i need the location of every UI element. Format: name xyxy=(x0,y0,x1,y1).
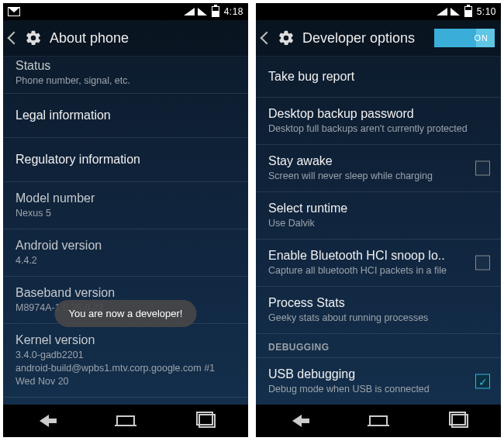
item-sub: Debug mode when USB is connected xyxy=(268,384,488,395)
page-title: About phone xyxy=(50,30,129,47)
item-legal-information[interactable]: Legal information xyxy=(3,94,248,138)
item-sub3: Wed Nov 20 xyxy=(16,376,236,388)
item-process-stats[interactable]: Process Stats Geeky stats about running … xyxy=(256,287,501,334)
item-label: Model number xyxy=(16,191,236,206)
recents-icon xyxy=(198,414,216,428)
chevron-left-icon xyxy=(8,32,21,45)
status-clock: 4:18 xyxy=(224,6,243,17)
item-stay-awake[interactable]: Stay awake Screen will never sleep while… xyxy=(256,145,501,192)
item-desktop-backup-password[interactable]: Desktop backup password Desktop full bac… xyxy=(256,98,501,145)
page-title: Developer options xyxy=(302,30,415,47)
nav-recent-button[interactable] xyxy=(196,412,218,429)
item-build-number[interactable]: Build number KOT49H xyxy=(3,398,248,405)
cell-signal-icon xyxy=(450,8,460,16)
back-icon xyxy=(292,415,302,427)
nav-recent-button[interactable] xyxy=(449,412,471,429)
item-label: USB debugging xyxy=(268,367,488,382)
nav-back-button[interactable] xyxy=(33,412,55,429)
status-clock: 5:10 xyxy=(477,6,496,17)
cell-signal-icon xyxy=(198,8,207,16)
item-sub: Nexus 5 xyxy=(16,208,236,219)
wifi-icon xyxy=(184,8,195,16)
item-select-runtime[interactable]: Select runtime Use Dalvik xyxy=(256,192,501,239)
nav-home-button[interactable] xyxy=(368,412,389,429)
item-label: Process Stats xyxy=(268,295,488,311)
recents-icon xyxy=(451,414,468,428)
item-label: Stay awake xyxy=(268,153,488,169)
item-sub: Phone number, signal, etc. xyxy=(16,75,236,87)
item-label: Android version xyxy=(16,238,236,253)
status-bar: 4:18 xyxy=(3,3,248,20)
item-regulatory-information[interactable]: Regulatory information xyxy=(3,138,248,182)
item-model-number[interactable]: Model number Nexus 5 xyxy=(3,182,248,229)
phone-left: 4:18 About phone Status Phone number, si… xyxy=(3,3,248,437)
action-bar[interactable]: Developer options ON xyxy=(256,20,501,57)
battery-icon xyxy=(464,6,472,17)
item-sub: Use Dalvik xyxy=(268,218,488,229)
item-bluetooth-hci-snoop[interactable]: Enable Bluetooth HCI snoop lo.. Capture … xyxy=(256,239,501,287)
section-debugging: DEBUGGING xyxy=(256,334,501,358)
item-take-bug-report[interactable]: Take bug report xyxy=(256,57,501,98)
item-label: Take bug report xyxy=(268,69,488,84)
item-sub: Desktop full backups aren't currently pr… xyxy=(268,123,488,135)
item-status[interactable]: Status Phone number, signal, etc. xyxy=(3,52,248,94)
item-sub: Capture all bluetooth HCI packets in a f… xyxy=(268,265,488,277)
item-sub: Screen will never sleep while charging xyxy=(268,171,488,182)
item-sub: 3.4.0-gadb2201 xyxy=(16,350,236,361)
checkbox[interactable] xyxy=(475,256,490,270)
chevron-left-icon xyxy=(261,32,274,45)
home-icon xyxy=(369,415,388,426)
status-bar: 5:10 xyxy=(256,3,501,20)
item-sub: 4.4.2 xyxy=(16,255,236,267)
item-kernel-version[interactable]: Kernel version 3.4.0-gadb2201 android-bu… xyxy=(3,324,248,398)
item-label: Regulatory information xyxy=(16,152,236,167)
wifi-icon xyxy=(437,8,447,16)
item-label: Desktop backup password xyxy=(268,106,488,122)
gmail-icon xyxy=(8,7,20,16)
item-sub2: android-build@wpbs1.mtv.corp.google.com … xyxy=(16,363,236,374)
gear-icon xyxy=(278,29,295,47)
back-icon xyxy=(40,415,49,427)
item-label: Select runtime xyxy=(268,201,488,216)
nav-back-button[interactable] xyxy=(286,412,308,429)
settings-list: Status Phone number, signal, etc. Legal … xyxy=(3,52,248,405)
nav-bar xyxy=(256,405,501,437)
home-icon xyxy=(116,415,135,426)
checkbox[interactable] xyxy=(475,161,490,176)
item-usb-debugging[interactable]: USB debugging Debug mode when USB is con… xyxy=(256,358,501,405)
item-label: Baseband version xyxy=(16,285,236,301)
action-bar[interactable]: About phone xyxy=(3,20,248,57)
item-label: Status xyxy=(16,58,236,74)
item-label: Legal information xyxy=(16,108,236,123)
phone-right: 5:10 Developer options ON Take bug repor… xyxy=(256,3,501,437)
item-android-version[interactable]: Android version 4.4.2 xyxy=(3,229,248,277)
item-sub: Geeky stats about running processes xyxy=(268,312,488,324)
developer-options-toggle[interactable]: ON xyxy=(434,29,495,47)
nav-bar xyxy=(3,405,248,437)
nav-home-button[interactable] xyxy=(115,412,136,429)
item-label: Kernel version xyxy=(16,332,236,348)
item-label: Enable Bluetooth HCI snoop lo.. xyxy=(268,248,488,264)
battery-icon xyxy=(212,6,219,17)
toast: You are now a developer! xyxy=(55,300,197,327)
checkbox[interactable]: ✓ xyxy=(475,374,490,389)
gear-icon xyxy=(25,29,42,47)
settings-list: Take bug report Desktop backup password … xyxy=(256,57,501,405)
